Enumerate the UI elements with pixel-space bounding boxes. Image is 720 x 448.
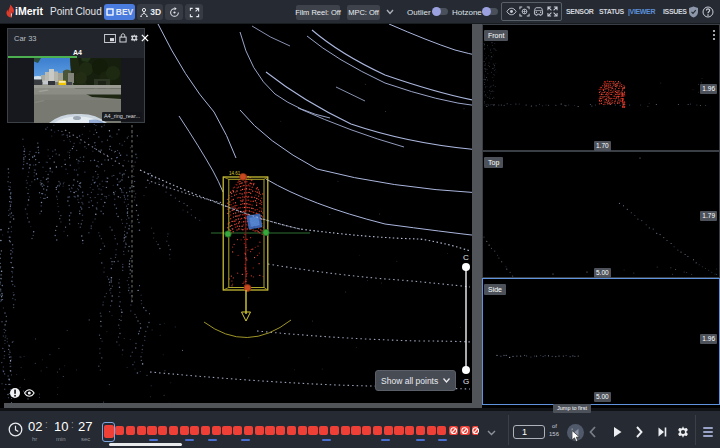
svg-text:G: G xyxy=(463,377,469,386)
svg-text:14.61: 14.61 xyxy=(229,171,241,176)
svg-text:C: C xyxy=(463,253,469,262)
